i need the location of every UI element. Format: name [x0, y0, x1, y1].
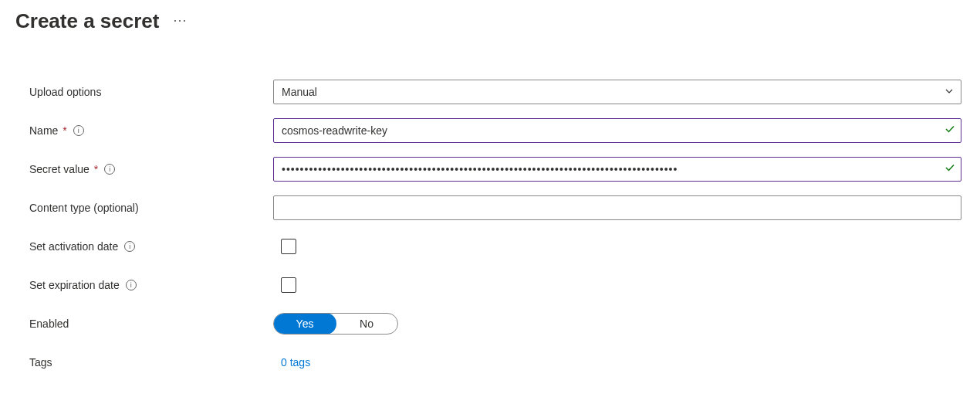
enabled-toggle-no[interactable]: No [336, 314, 397, 334]
expiration-date-checkbox[interactable] [281, 277, 296, 293]
required-star-icon: * [63, 124, 66, 137]
tags-link[interactable]: 0 tags [281, 356, 310, 369]
activation-date-label: Set activation date [29, 240, 118, 253]
upload-options-select[interactable]: Manual [273, 80, 961, 104]
name-input[interactable] [273, 118, 961, 143]
page-title: Create a secret [15, 9, 159, 33]
upload-options-label: Upload options [29, 86, 101, 98]
tags-label: Tags [29, 356, 52, 369]
info-icon[interactable]: i [124, 241, 135, 252]
content-type-label: Content type (optional) [29, 202, 139, 214]
create-secret-form: Upload options Manual Name * i [15, 80, 965, 375]
name-label: Name [29, 124, 58, 137]
enabled-toggle[interactable]: Yes No [273, 313, 398, 335]
expiration-date-label: Set expiration date [29, 279, 120, 291]
secret-value-label: Secret value [29, 163, 90, 175]
secret-value-input[interactable] [273, 157, 961, 182]
info-icon[interactable]: i [126, 280, 137, 290]
more-actions-icon[interactable]: ··· [173, 13, 187, 27]
required-star-icon: * [94, 163, 98, 175]
info-icon[interactable]: i [73, 125, 84, 136]
content-type-input[interactable] [273, 195, 961, 220]
enabled-label: Enabled [29, 318, 69, 330]
activation-date-checkbox[interactable] [281, 239, 296, 254]
enabled-toggle-yes[interactable]: Yes [273, 313, 336, 335]
info-icon[interactable]: i [104, 164, 115, 175]
